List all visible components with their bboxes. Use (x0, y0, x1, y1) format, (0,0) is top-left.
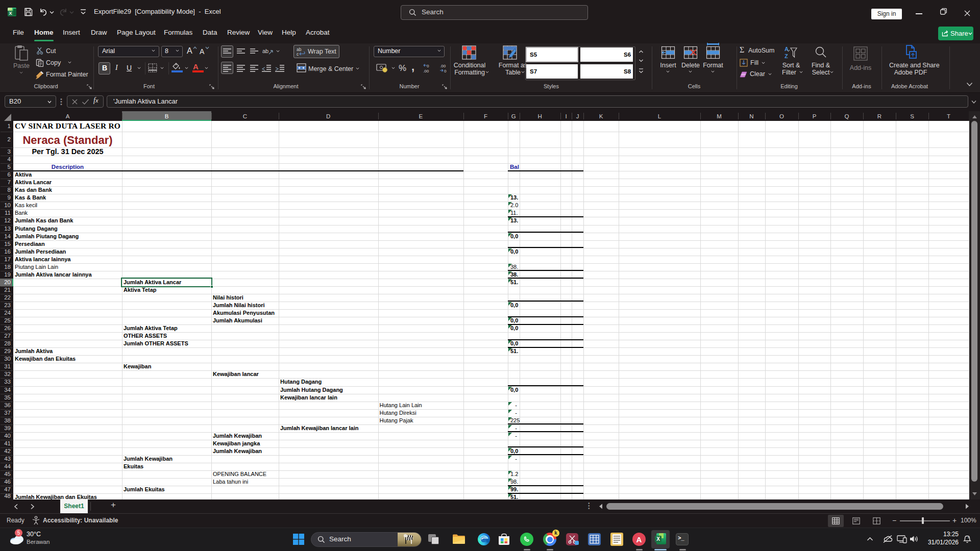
svg-text:z: z (968, 535, 970, 539)
svg-text:.00: .00 (423, 69, 429, 73)
svg-text:0: 0 (444, 69, 447, 73)
svg-text:A: A (785, 46, 789, 52)
svg-text:Z: Z (785, 53, 788, 59)
svg-text:c: c (297, 52, 299, 56)
svg-text:.00: .00 (440, 64, 446, 68)
svg-text:0: 0 (427, 64, 429, 68)
svg-text:ab: ab (262, 48, 268, 54)
